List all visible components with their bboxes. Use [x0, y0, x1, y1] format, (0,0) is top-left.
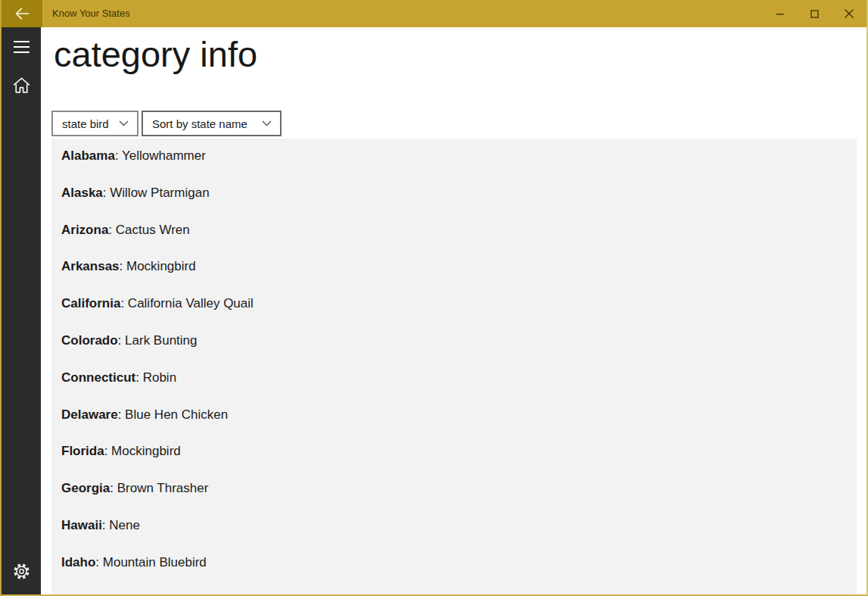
chevron-down-icon: [262, 120, 272, 126]
back-arrow-icon: [14, 7, 30, 20]
state-name: California: [61, 296, 120, 310]
list-item[interactable]: Georgia: Brown Thrasher: [51, 471, 857, 508]
state-bird: : Mockingbird: [104, 444, 181, 458]
state-name: Alabama: [61, 148, 115, 163]
list-item[interactable]: Idaho: Mountain Bluebird: [51, 545, 857, 582]
list-item[interactable]: Arizona: Cactus Wren: [51, 213, 857, 250]
state-name: Georgia: [61, 481, 110, 495]
state-bird: : Mountain Bluebird: [95, 555, 206, 569]
state-bird: : Cardinal: [102, 592, 157, 594]
window-controls: [762, 0, 866, 27]
state-bird: : Willow Ptarmigan: [103, 186, 210, 200]
window-title: Know Your States: [42, 0, 762, 27]
app-body: category info state bird Sort by state n…: [2, 27, 866, 594]
filter-bar: state bird Sort by state name: [51, 111, 282, 136]
sort-dropdown-value: Sort by state name: [152, 117, 247, 130]
sidebar-item-settings[interactable]: [2, 554, 41, 588]
state-name: Delaware: [61, 407, 118, 422]
settings-gear-icon: [12, 562, 31, 581]
state-name: Alaska: [61, 186, 103, 200]
state-bird: : Lark Bunting: [118, 333, 198, 348]
state-bird: : Mockingbird: [120, 259, 196, 273]
back-button[interactable]: [2, 0, 42, 27]
sort-dropdown[interactable]: Sort by state name: [142, 111, 282, 136]
sidebar-item-home[interactable]: [2, 66, 41, 104]
content-area: category info state bird Sort by state n…: [41, 27, 866, 594]
state-bird: : California Valley Quail: [120, 296, 253, 310]
list-item[interactable]: Illinois: Cardinal: [51, 582, 857, 594]
list-item[interactable]: Alabama: Yellowhammer: [51, 139, 857, 176]
home-icon: [12, 76, 31, 94]
state-name: Arkansas: [61, 259, 120, 273]
state-name: Illinois: [61, 592, 102, 594]
list-item[interactable]: Connecticut: Robin: [51, 360, 857, 398]
maximize-button[interactable]: [797, 0, 832, 27]
list-item[interactable]: Hawaii: Nene: [51, 508, 857, 545]
state-bird: : Yellowhammer: [115, 148, 206, 163]
sidebar: [2, 27, 41, 594]
close-button[interactable]: [832, 0, 866, 27]
sidebar-spacer: [2, 104, 41, 554]
state-name: Arizona: [61, 223, 108, 237]
chevron-down-icon: [119, 120, 129, 126]
state-list[interactable]: Alabama: YellowhammerAlaska: Willow Ptar…: [51, 139, 857, 594]
state-bird: : Blue Hen Chicken: [118, 407, 229, 422]
titlebar: Know Your States: [2, 0, 866, 27]
state-name: Connecticut: [61, 370, 135, 385]
state-bird: : Cactus Wren: [108, 223, 189, 237]
state-name: Colorado: [61, 333, 118, 348]
page-title: category info: [54, 33, 257, 76]
minimize-button[interactable]: [762, 0, 797, 27]
category-dropdown-value: state bird: [62, 117, 109, 130]
state-name: Hawaii: [61, 518, 102, 532]
list-item[interactable]: Arkansas: Mockingbird: [51, 249, 857, 286]
list-item[interactable]: Alaska: Willow Ptarmigan: [51, 176, 857, 213]
close-icon: [845, 9, 854, 18]
state-name: Florida: [61, 444, 104, 458]
app-window: Know Your States: [0, 0, 868, 596]
list-item[interactable]: Delaware: Blue Hen Chicken: [51, 398, 857, 435]
maximize-icon: [810, 10, 819, 18]
state-name: Idaho: [61, 555, 95, 569]
minimize-icon: [776, 10, 784, 18]
state-bird: : Brown Thrasher: [110, 481, 208, 495]
list-item[interactable]: Colorado: Lark Bunting: [51, 323, 857, 360]
list-item[interactable]: California: California Valley Quail: [51, 286, 857, 323]
state-bird: : Robin: [135, 370, 176, 385]
menu-button[interactable]: [2, 27, 41, 66]
state-bird: : Nene: [102, 518, 140, 532]
hamburger-icon: [14, 41, 30, 53]
category-dropdown[interactable]: state bird: [51, 111, 138, 136]
list-item[interactable]: Florida: Mockingbird: [51, 434, 857, 471]
